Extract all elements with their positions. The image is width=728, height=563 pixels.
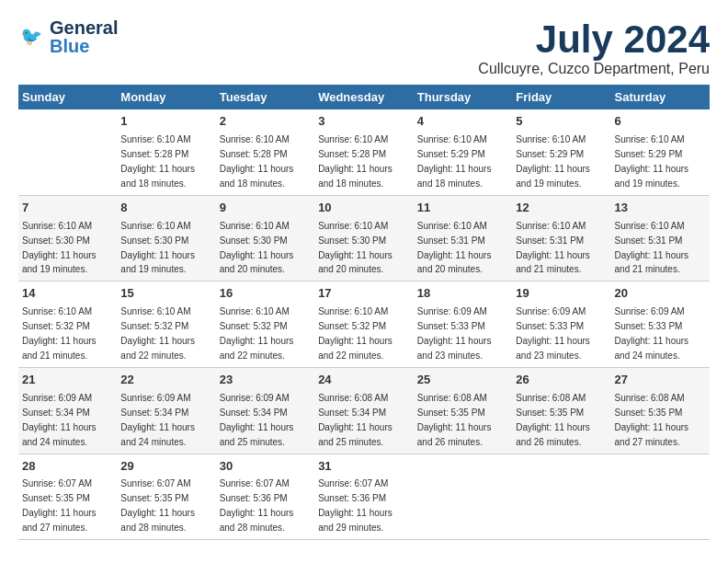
day-info: Sunrise: 6:07 AM Sunset: 5:36 PM Dayligh… (318, 478, 392, 533)
calendar-cell: 7Sunrise: 6:10 AM Sunset: 5:30 PM Daylig… (18, 195, 117, 282)
day-info: Sunrise: 6:10 AM Sunset: 5:29 PM Dayligh… (417, 134, 492, 189)
day-info: Sunrise: 6:10 AM Sunset: 5:28 PM Dayligh… (220, 134, 294, 189)
day-number: 15 (120, 285, 211, 303)
day-info: Sunrise: 6:09 AM Sunset: 5:34 PM Dayligh… (22, 393, 97, 447)
day-info: Sunrise: 6:09 AM Sunset: 5:34 PM Dayligh… (120, 393, 195, 447)
calendar-cell (611, 454, 710, 540)
day-info: Sunrise: 6:10 AM Sunset: 5:30 PM Dayligh… (22, 221, 97, 275)
day-info: Sunrise: 6:10 AM Sunset: 5:30 PM Dayligh… (120, 221, 195, 275)
day-info: Sunrise: 6:10 AM Sunset: 5:31 PM Dayligh… (417, 221, 492, 275)
day-number: 22 (120, 372, 211, 389)
calendar-cell: 23Sunrise: 6:09 AM Sunset: 5:34 PM Dayli… (216, 367, 314, 454)
day-info: Sunrise: 6:10 AM Sunset: 5:31 PM Dayligh… (615, 221, 689, 275)
day-info: Sunrise: 6:09 AM Sunset: 5:33 PM Dayligh… (615, 306, 689, 361)
calendar-header-row: SundayMondayTuesdayWednesdayThursdayFrid… (18, 85, 710, 109)
day-number: 28 (22, 458, 113, 476)
page-header: 🐦 General Blue July 2024 Cullcuyre, Cuzc… (18, 18, 710, 77)
day-number: 19 (516, 285, 607, 303)
day-info: Sunrise: 6:10 AM Sunset: 5:31 PM Dayligh… (516, 221, 590, 275)
calendar-cell: 14Sunrise: 6:10 AM Sunset: 5:32 PM Dayli… (18, 282, 117, 368)
logo-line2: Blue (50, 37, 89, 55)
day-info: Sunrise: 6:10 AM Sunset: 5:28 PM Dayligh… (318, 134, 392, 189)
header-wednesday: Wednesday (314, 85, 414, 109)
day-number: 24 (318, 372, 410, 389)
day-info: Sunrise: 6:10 AM Sunset: 5:29 PM Dayligh… (615, 134, 689, 189)
calendar-cell: 15Sunrise: 6:10 AM Sunset: 5:32 PM Dayli… (117, 282, 215, 368)
calendar-cell: 4Sunrise: 6:10 AM Sunset: 5:29 PM Daylig… (414, 109, 512, 195)
logo-icon: 🐦 (18, 23, 46, 51)
calendar-cell: 30Sunrise: 6:07 AM Sunset: 5:36 PM Dayli… (216, 454, 314, 540)
day-number: 4 (417, 113, 508, 131)
logo: 🐦 General Blue (18, 18, 118, 55)
header-saturday: Saturday (611, 85, 710, 109)
calendar-week-row: 1Sunrise: 6:10 AM Sunset: 5:28 PM Daylig… (18, 109, 710, 195)
header-friday: Friday (512, 85, 610, 109)
svg-text:🐦: 🐦 (20, 25, 43, 47)
day-info: Sunrise: 6:09 AM Sunset: 5:34 PM Dayligh… (220, 393, 294, 447)
calendar-week-row: 14Sunrise: 6:10 AM Sunset: 5:32 PM Dayli… (18, 282, 710, 368)
day-number: 25 (417, 372, 508, 389)
calendar-cell: 27Sunrise: 6:08 AM Sunset: 5:35 PM Dayli… (611, 367, 710, 454)
day-number: 3 (318, 113, 410, 131)
calendar-week-row: 21Sunrise: 6:09 AM Sunset: 5:34 PM Dayli… (18, 367, 710, 454)
calendar-cell: 11Sunrise: 6:10 AM Sunset: 5:31 PM Dayli… (414, 195, 512, 282)
day-number: 23 (220, 372, 311, 389)
logo-text-block: General Blue (50, 18, 118, 55)
day-number: 10 (318, 200, 410, 217)
calendar-cell: 17Sunrise: 6:10 AM Sunset: 5:32 PM Dayli… (314, 282, 414, 368)
calendar-cell: 3Sunrise: 6:10 AM Sunset: 5:28 PM Daylig… (314, 109, 414, 195)
month-title: July 2024 (478, 18, 710, 61)
day-number: 6 (615, 113, 706, 131)
day-info: Sunrise: 6:09 AM Sunset: 5:33 PM Dayligh… (516, 306, 590, 361)
calendar-cell: 2Sunrise: 6:10 AM Sunset: 5:28 PM Daylig… (216, 109, 314, 195)
calendar-cell: 31Sunrise: 6:07 AM Sunset: 5:36 PM Dayli… (314, 454, 414, 540)
day-number: 7 (22, 200, 113, 217)
day-info: Sunrise: 6:09 AM Sunset: 5:33 PM Dayligh… (417, 306, 492, 361)
day-number: 1 (120, 113, 211, 131)
calendar-cell: 19Sunrise: 6:09 AM Sunset: 5:33 PM Dayli… (512, 282, 610, 368)
day-number: 27 (615, 372, 706, 389)
calendar-cell: 18Sunrise: 6:09 AM Sunset: 5:33 PM Dayli… (414, 282, 512, 368)
calendar-cell: 5Sunrise: 6:10 AM Sunset: 5:29 PM Daylig… (512, 109, 610, 195)
calendar-cell: 10Sunrise: 6:10 AM Sunset: 5:30 PM Dayli… (314, 195, 414, 282)
header-sunday: Sunday (18, 85, 117, 109)
day-number: 16 (220, 285, 311, 303)
calendar-cell: 8Sunrise: 6:10 AM Sunset: 5:30 PM Daylig… (117, 195, 215, 282)
day-info: Sunrise: 6:10 AM Sunset: 5:30 PM Dayligh… (220, 221, 294, 275)
day-info: Sunrise: 6:08 AM Sunset: 5:35 PM Dayligh… (417, 393, 492, 447)
calendar-cell: 21Sunrise: 6:09 AM Sunset: 5:34 PM Dayli… (18, 367, 117, 454)
day-number: 18 (417, 285, 508, 303)
calendar-cell: 26Sunrise: 6:08 AM Sunset: 5:35 PM Dayli… (512, 367, 610, 454)
calendar-cell: 9Sunrise: 6:10 AM Sunset: 5:30 PM Daylig… (216, 195, 314, 282)
calendar-table: SundayMondayTuesdayWednesdayThursdayFrid… (18, 85, 710, 540)
calendar-week-row: 28Sunrise: 6:07 AM Sunset: 5:35 PM Dayli… (18, 454, 710, 540)
header-tuesday: Tuesday (216, 85, 314, 109)
calendar-cell: 20Sunrise: 6:09 AM Sunset: 5:33 PM Dayli… (611, 282, 710, 368)
day-number: 21 (22, 372, 113, 389)
day-info: Sunrise: 6:10 AM Sunset: 5:32 PM Dayligh… (22, 306, 97, 361)
calendar-cell (512, 454, 610, 540)
calendar-cell: 24Sunrise: 6:08 AM Sunset: 5:34 PM Dayli… (314, 367, 414, 454)
calendar-cell: 16Sunrise: 6:10 AM Sunset: 5:32 PM Dayli… (216, 282, 314, 368)
day-info: Sunrise: 6:07 AM Sunset: 5:35 PM Dayligh… (120, 478, 195, 533)
day-number: 13 (615, 200, 706, 217)
calendar-week-row: 7Sunrise: 6:10 AM Sunset: 5:30 PM Daylig… (18, 195, 710, 282)
day-number: 9 (220, 200, 311, 217)
day-info: Sunrise: 6:07 AM Sunset: 5:35 PM Dayligh… (22, 478, 97, 533)
day-number: 14 (22, 285, 113, 303)
day-info: Sunrise: 6:08 AM Sunset: 5:34 PM Dayligh… (318, 393, 392, 447)
logo-line1: General (50, 18, 118, 37)
day-info: Sunrise: 6:08 AM Sunset: 5:35 PM Dayligh… (615, 393, 689, 447)
day-info: Sunrise: 6:10 AM Sunset: 5:32 PM Dayligh… (220, 306, 294, 361)
day-number: 5 (516, 113, 607, 131)
calendar-cell: 1Sunrise: 6:10 AM Sunset: 5:28 PM Daylig… (117, 109, 215, 195)
calendar-cell: 12Sunrise: 6:10 AM Sunset: 5:31 PM Dayli… (512, 195, 610, 282)
day-number: 30 (220, 458, 311, 476)
calendar-cell: 25Sunrise: 6:08 AM Sunset: 5:35 PM Dayli… (414, 367, 512, 454)
day-number: 26 (516, 372, 607, 389)
day-info: Sunrise: 6:10 AM Sunset: 5:32 PM Dayligh… (120, 306, 195, 361)
day-info: Sunrise: 6:07 AM Sunset: 5:36 PM Dayligh… (220, 478, 294, 533)
day-number: 12 (516, 200, 607, 217)
calendar-cell: 6Sunrise: 6:10 AM Sunset: 5:29 PM Daylig… (611, 109, 710, 195)
day-number: 20 (615, 285, 706, 303)
